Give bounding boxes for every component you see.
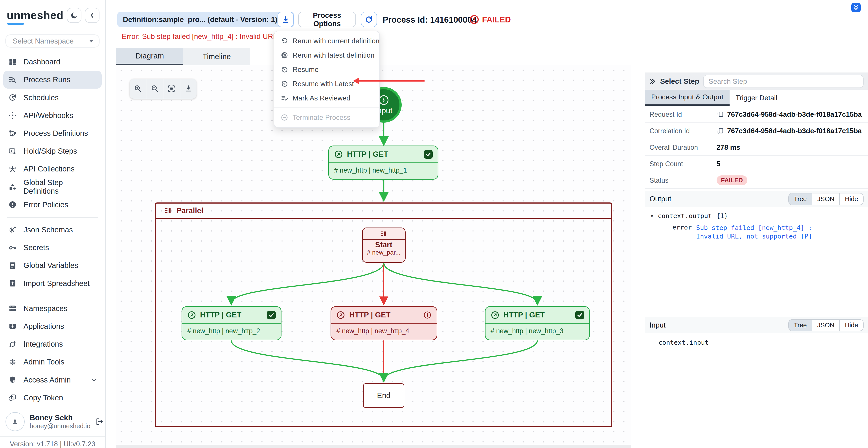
collapse-sidebar-button[interactable] xyxy=(85,8,100,23)
sidebar-item-label: Error Policies xyxy=(24,201,68,209)
api-collections-icon xyxy=(8,165,17,173)
node-end-label: End xyxy=(377,391,391,400)
sidebar-item-import-spreadsheet[interactable]: Import Spreadsheet xyxy=(3,274,102,292)
toggle-tree[interactable]: Tree xyxy=(789,320,812,331)
output-view-toggle: Tree JSON Hide xyxy=(788,193,864,205)
row-value: 5 xyxy=(717,160,720,168)
menu-item-rerun-current[interactable]: Rerun with current definition xyxy=(274,34,379,48)
sidebar-item-applications[interactable]: Applications xyxy=(3,317,102,335)
sidebar-item-schedules[interactable]: Schedules xyxy=(3,89,102,106)
sidebar-item-api-webhooks[interactable]: API/Webhooks xyxy=(3,107,102,125)
toggle-tree[interactable]: Tree xyxy=(789,194,812,205)
zoom-in-icon xyxy=(133,84,142,93)
process-options-button[interactable]: Process Options xyxy=(298,12,355,27)
checked-icon xyxy=(267,311,276,320)
copy-icon[interactable] xyxy=(717,127,724,135)
sidebar-item-dashboard[interactable]: Dashboard xyxy=(3,53,102,71)
detail-row-overall-duration: Overall Duration 278 ms xyxy=(645,139,868,156)
menu-item-resume[interactable]: Resume xyxy=(274,62,379,77)
file-upload-icon xyxy=(8,279,17,287)
node-title: HTTP | GET xyxy=(503,311,545,319)
rerun-current-icon xyxy=(281,37,288,45)
sidebar-item-process-definitions[interactable]: Process Definitions xyxy=(3,125,102,142)
tree-error-value: Sub step failed [new_http_4] : Invalid U… xyxy=(696,223,842,241)
namespace-select[interactable]: Select Namespace xyxy=(5,35,99,47)
sidebar-item-hold-skip-steps[interactable]: Hold/Skip Steps xyxy=(3,142,102,160)
sidebar-item-label: Access Admin xyxy=(24,376,71,384)
notification-badge[interactable] xyxy=(851,3,861,12)
zoom-in-button[interactable] xyxy=(130,79,146,99)
menu-divider xyxy=(274,107,379,108)
tab-trigger-detail[interactable]: Trigger Detail xyxy=(730,90,783,106)
menu-item-rerun-latest[interactable]: Rerun with latest definition xyxy=(274,48,379,62)
detail-row-request-id: Request Id 767c3d64-958d-4adb-b3de-f018a… xyxy=(645,106,868,123)
status-badge: FAILED xyxy=(717,175,747,185)
sidebar-item-access-admin[interactable]: Access Admin xyxy=(3,371,102,389)
http-step-icon xyxy=(334,150,343,159)
user-profile[interactable]: Boney Sekh boney@unmeshed.io xyxy=(0,407,105,436)
row-value: 767c3d64-958d-4adb-b3de-f018a17c15ba xyxy=(727,110,862,118)
view-tabs: Diagram Timeline xyxy=(116,48,250,65)
sidebar-item-global-step-definitions[interactable]: Global Step Definitions xyxy=(3,178,102,196)
tab-diagram[interactable]: Diagram xyxy=(116,48,183,65)
row-value: 278 ms xyxy=(717,143,740,151)
toggle-hide[interactable]: Hide xyxy=(839,194,863,205)
dashboard-icon xyxy=(8,58,17,66)
node-new-http-1[interactable]: HTTP | GET # new_http | new_http_1 xyxy=(328,145,438,180)
applications-icon xyxy=(8,322,17,331)
toggle-json[interactable]: JSON xyxy=(812,194,839,205)
input-tree: context.input xyxy=(645,333,868,346)
search-step-input[interactable] xyxy=(703,75,864,88)
node-new-http-3[interactable]: HTTP | GET # new_http | new_http_3 xyxy=(485,306,590,340)
sidebar-item-copy-token[interactable]: Copy Token xyxy=(3,389,102,407)
canvas-scrollbar[interactable] xyxy=(116,445,631,448)
refresh-button[interactable] xyxy=(361,12,377,27)
sidebar-item-label: Global Variables xyxy=(24,261,79,270)
sidebar-item-json-schemas[interactable]: Json Schemas xyxy=(3,221,102,239)
menu-item-label: Resume xyxy=(292,66,318,74)
fit-view-button[interactable] xyxy=(163,79,180,99)
main-content: Definition:sample_pro... (default - Vers… xyxy=(106,0,645,448)
sidebar-item-label: Schedules xyxy=(24,94,59,102)
process-definitions-icon xyxy=(8,129,17,137)
menu-item-mark-as-reviewed[interactable]: Mark As Reviewed xyxy=(274,91,379,105)
sidebar-item-integrations[interactable]: Integrations xyxy=(3,335,102,353)
sidebar-item-namespaces[interactable]: Namespaces xyxy=(3,300,102,317)
copy-icon[interactable] xyxy=(717,111,724,118)
detail-tabs: Process Input & Output Trigger Detail xyxy=(645,90,868,106)
row-label: Overall Duration xyxy=(649,143,717,151)
node-end[interactable]: End xyxy=(363,383,404,408)
node-parallel-start[interactable]: Start # new_par... xyxy=(362,228,406,263)
definition-pill[interactable]: Definition:sample_pro... (default - Vers… xyxy=(117,12,294,27)
sidebar-item-label: Secrets xyxy=(24,243,49,252)
tree-root-count: {1} xyxy=(716,212,728,219)
toggle-hide[interactable]: Hide xyxy=(839,320,863,331)
sidebar-item-process-runs[interactable]: Process Runs xyxy=(3,71,102,89)
rerun-latest-icon xyxy=(281,51,288,59)
sidebar-item-secrets[interactable]: Secrets xyxy=(3,239,102,256)
tree-collapse-icon[interactable]: ▼ xyxy=(651,213,653,218)
user-name: Boney Sekh xyxy=(30,413,90,422)
sidebar-item-api-collections[interactable]: API Collections xyxy=(3,160,102,178)
logout-icon[interactable] xyxy=(95,417,104,426)
sidebar-item-label: Integrations xyxy=(24,340,63,348)
terminate-icon xyxy=(281,114,288,121)
schedules-icon xyxy=(8,94,17,102)
key-icon xyxy=(8,244,17,252)
alert-circle-icon xyxy=(469,14,479,25)
node-new-http-2[interactable]: HTTP | GET # new_http | new_http_2 xyxy=(182,306,281,340)
node-new-http-4[interactable]: HTTP | GET # new_http | new_http_4 xyxy=(331,306,437,340)
tab-timeline[interactable]: Timeline xyxy=(183,48,250,65)
zoom-out-button[interactable] xyxy=(146,79,163,99)
chevron-down-icon xyxy=(91,377,97,383)
download-diagram-button[interactable] xyxy=(180,79,197,99)
chevrons-right-icon[interactable] xyxy=(649,78,656,85)
sidebar-item-global-variables[interactable]: Global Variables xyxy=(3,256,102,274)
sidebar-item-error-policies[interactable]: Error Policies xyxy=(3,196,102,214)
sidebar-item-admin-tools[interactable]: Admin Tools xyxy=(3,353,102,371)
toggle-json[interactable]: JSON xyxy=(812,320,839,331)
user-email: boney@unmeshed.io xyxy=(30,422,90,430)
download-process-button[interactable] xyxy=(278,12,294,27)
theme-toggle-button[interactable] xyxy=(67,8,82,23)
tab-process-input-output[interactable]: Process Input & Output xyxy=(645,90,730,106)
